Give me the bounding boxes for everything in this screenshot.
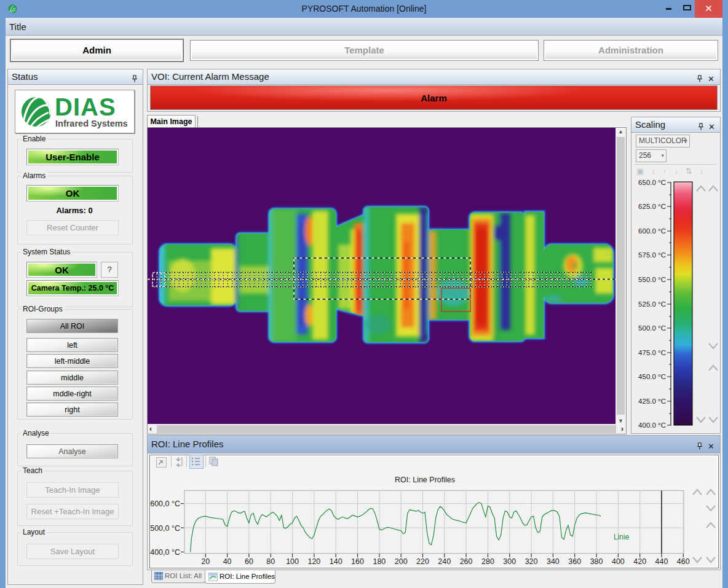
svg-text:280: 280 bbox=[481, 557, 494, 566]
svg-text:100: 100 bbox=[286, 557, 299, 566]
svg-text:500,0 °C: 500,0 °C bbox=[150, 524, 180, 533]
svg-text:40: 40 bbox=[223, 557, 232, 566]
svg-text:400,0 °C: 400,0 °C bbox=[150, 548, 180, 557]
svg-text:DIAS: DIAS bbox=[55, 93, 116, 120]
svg-text:120: 120 bbox=[307, 557, 320, 566]
svg-text:180: 180 bbox=[373, 557, 386, 566]
svg-text:550.0 °C: 550.0 °C bbox=[638, 276, 666, 283]
svg-text:20: 20 bbox=[201, 557, 210, 566]
svg-text:650.0 °C: 650.0 °C bbox=[638, 179, 666, 186]
svg-text:60: 60 bbox=[245, 557, 253, 566]
svg-text:425.0 °C: 425.0 °C bbox=[638, 398, 666, 405]
svg-text:300: 300 bbox=[503, 557, 516, 566]
svg-text:Linie: Linie bbox=[614, 533, 630, 541]
svg-text:340: 340 bbox=[547, 557, 560, 566]
svg-text:160: 160 bbox=[351, 557, 364, 566]
svg-text:625.0 °C: 625.0 °C bbox=[638, 203, 666, 210]
svg-text:400: 400 bbox=[612, 557, 625, 566]
svg-text:240: 240 bbox=[438, 557, 451, 566]
svg-text:ROI: Line Profiles: ROI: Line Profiles bbox=[395, 476, 455, 484]
svg-text:420: 420 bbox=[633, 557, 646, 566]
svg-text:140: 140 bbox=[330, 557, 342, 566]
svg-text:600.0 °C: 600.0 °C bbox=[638, 227, 666, 235]
svg-text:500.0 °C: 500.0 °C bbox=[638, 324, 666, 332]
svg-text:440: 440 bbox=[655, 557, 668, 566]
svg-text:475.0 °C: 475.0 °C bbox=[638, 349, 666, 356]
svg-text:575.0 °C: 575.0 °C bbox=[638, 251, 666, 259]
svg-text:525.0 °C: 525.0 °C bbox=[638, 300, 666, 308]
svg-text:80: 80 bbox=[266, 557, 275, 566]
svg-text:460: 460 bbox=[677, 557, 690, 566]
svg-text:600,0 °C: 600,0 °C bbox=[150, 500, 180, 508]
svg-text:380: 380 bbox=[590, 557, 603, 566]
svg-text:360: 360 bbox=[568, 557, 581, 566]
svg-text:Infrared Systems: Infrared Systems bbox=[55, 119, 128, 128]
svg-text:400.0 °C: 400.0 °C bbox=[638, 421, 666, 429]
svg-text:320: 320 bbox=[525, 557, 538, 566]
svg-text:220: 220 bbox=[416, 557, 429, 566]
svg-text:200: 200 bbox=[395, 557, 408, 566]
svg-text:450.0 °C: 450.0 °C bbox=[638, 373, 666, 380]
svg-text:260: 260 bbox=[460, 557, 473, 566]
